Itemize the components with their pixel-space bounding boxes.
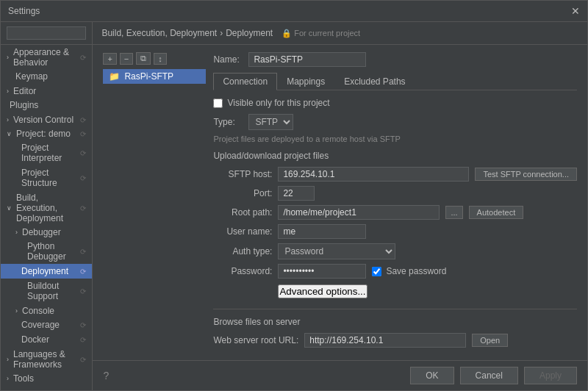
arrow-icon: › — [7, 54, 9, 61]
username-input[interactable] — [278, 224, 366, 239]
sidebar-item-coverage[interactable]: Coverage ⟳ — [1, 318, 92, 332]
cancel-button[interactable]: Cancel — [460, 367, 518, 384]
sync-icon: ⟳ — [80, 204, 86, 212]
sidebar-item-buildout-support[interactable]: Buildout Support ⟳ — [1, 279, 92, 304]
help-icon: ? — [103, 370, 109, 381]
breadcrumb: Build, Execution, Deployment › Deploymen… — [93, 22, 587, 45]
sftp-host-input[interactable] — [278, 167, 469, 182]
breadcrumb-note: 🔒 For current project — [282, 29, 360, 38]
save-password-checkbox[interactable] — [372, 267, 381, 276]
upload-section-title: Upload/download project files — [213, 151, 577, 161]
password-input[interactable] — [278, 264, 366, 279]
sidebar-item-label: Coverage — [21, 320, 60, 330]
sidebar-item-deployment[interactable]: Deployment ⟳ — [1, 264, 92, 279]
web-root-label: Web server root URL: — [213, 335, 298, 345]
password-label: Password: — [213, 266, 272, 276]
auth-type-select[interactable]: Password Key pair OpenSSH — [278, 243, 395, 259]
help-button[interactable]: ? — [103, 370, 109, 381]
sidebar-item-build-execution[interactable]: ∨ Build, Execution, Deployment ⟳ — [1, 190, 92, 225]
sidebar-item-label: Appearance & Behavior — [13, 47, 77, 68]
visible-only-row: Visible only for this project — [213, 98, 577, 108]
advanced-options-button[interactable]: Advanced options... — [278, 284, 367, 298]
test-sftp-button[interactable]: Test SFTP connection... — [475, 168, 577, 181]
password-row: Password: Save password — [213, 264, 577, 279]
type-select[interactable]: SFTP FTP Local — [248, 114, 293, 130]
tab-excluded-paths[interactable]: Excluded Paths — [334, 73, 415, 90]
autodetect-button[interactable]: Autodetect — [469, 206, 524, 219]
ok-button[interactable]: OK — [410, 367, 453, 384]
apply-button[interactable]: Apply — [524, 367, 577, 384]
tab-connection[interactable]: Connection — [213, 73, 277, 90]
save-password-label: Save password — [386, 266, 446, 276]
arrow-icon: › — [15, 307, 18, 315]
open-button[interactable]: Open — [472, 334, 508, 347]
arrow-icon: › — [7, 375, 9, 382]
sidebar-item-languages[interactable]: › Languages & Frameworks ⟳ — [1, 347, 92, 371]
sidebar-item-version-control[interactable]: › Version Control ⟳ — [1, 112, 92, 126]
sync-icon: ⟳ — [80, 268, 86, 276]
auth-type-row: Auth type: Password Key pair OpenSSH — [213, 243, 577, 259]
for-project-icon: 🔒 — [282, 29, 292, 37]
web-root-input[interactable] — [304, 333, 466, 348]
username-row: User name: — [213, 224, 577, 239]
sidebar-item-editor[interactable]: › Editor — [1, 84, 92, 98]
sidebar-item-appearance[interactable]: › Appearance & Behavior ⟳ — [1, 45, 92, 69]
copy-server-button[interactable]: ⧉ — [136, 52, 151, 65]
sync-icon: ⟳ — [80, 174, 86, 182]
sidebar-item-project-interpreter[interactable]: Project Interpreter ⟳ — [1, 140, 92, 165]
advanced-row: Advanced options... — [278, 284, 577, 298]
sidebar-item-plugins[interactable]: Plugins — [1, 98, 92, 112]
deployment-panel: + − ⧉ ↕ 📁 RasPi-SFTP Name: — [93, 45, 587, 360]
server-list-col: + − ⧉ ↕ 📁 RasPi-SFTP — [103, 52, 206, 352]
sftp-host-row: SFTP host: Test SFTP connection... — [213, 167, 577, 182]
sidebar-item-label: Debugger — [22, 227, 61, 237]
port-input[interactable] — [278, 186, 315, 201]
close-button[interactable]: ✕ — [571, 5, 580, 17]
browse-section: Browse files on server Web server root U… — [213, 309, 577, 348]
sidebar-item-label: Plugins — [10, 100, 38, 110]
name-input[interactable] — [248, 52, 366, 67]
server-list-item[interactable]: 📁 RasPi-SFTP — [103, 69, 206, 84]
sidebar-item-console[interactable]: › Console — [1, 304, 92, 318]
sidebar-item-project-demo[interactable]: ∨ Project: demo ⟳ — [1, 126, 92, 140]
root-path-input[interactable] — [278, 205, 440, 220]
add-server-button[interactable]: + — [103, 53, 116, 65]
sync-icon: ⟳ — [80, 248, 86, 256]
sidebar-item-label: Project Interpreter — [21, 143, 77, 163]
remove-server-button[interactable]: − — [120, 53, 133, 65]
type-label: Type: — [213, 117, 243, 127]
auth-type-label: Auth type: — [213, 246, 272, 257]
breadcrumb-arrow: › — [220, 28, 223, 38]
sftp-host-label: SFTP host: — [213, 169, 272, 179]
sidebar-item-debugger[interactable]: › Debugger — [1, 225, 92, 239]
sidebar-item-keymap[interactable]: Keymap — [1, 69, 92, 84]
arrow-icon: ∨ — [7, 130, 12, 137]
title-bar: Settings ✕ — [1, 1, 587, 22]
tab-mappings[interactable]: Mappings — [277, 73, 334, 90]
server-toolbar: + − ⧉ ↕ — [103, 52, 206, 65]
server-config-col: Name: Connection Mappings — [213, 52, 577, 352]
port-label: Port: — [213, 188, 272, 198]
sidebar-item-python-debugger[interactable]: Python Debugger ⟳ — [1, 239, 92, 264]
search-input[interactable] — [7, 26, 86, 40]
sidebar-item-label: Deployment — [21, 266, 68, 276]
search-box — [1, 22, 92, 45]
sidebar-item-label: Build, Execution, Deployment — [16, 193, 77, 223]
main-content: › Appearance & Behavior ⟳ Keymap › Edito… — [1, 22, 587, 390]
move-server-button[interactable]: ↕ — [154, 53, 167, 65]
sidebar-item-docker[interactable]: Docker ⟳ — [1, 332, 92, 347]
sync-icon: ⟳ — [80, 356, 86, 364]
sync-icon: ⟳ — [80, 54, 86, 62]
web-root-row: Web server root URL: Open — [213, 333, 577, 348]
sidebar-item-tools[interactable]: › Tools — [1, 371, 92, 385]
browse-root-button[interactable]: ... — [445, 206, 462, 219]
sidebar-item-label: Editor — [13, 86, 36, 96]
sidebar-item-label: Python Debugger — [27, 241, 77, 262]
sidebar: › Appearance & Behavior ⟳ Keymap › Edito… — [1, 22, 93, 390]
sync-icon: ⟳ — [80, 116, 86, 124]
sidebar-item-label: Keymap — [15, 71, 48, 82]
visible-only-checkbox[interactable] — [213, 98, 223, 108]
browse-section-title: Browse files on server — [213, 317, 577, 327]
sidebar-item-project-structure[interactable]: Project Structure ⟳ — [1, 165, 92, 190]
arrow-icon: › — [7, 116, 9, 123]
